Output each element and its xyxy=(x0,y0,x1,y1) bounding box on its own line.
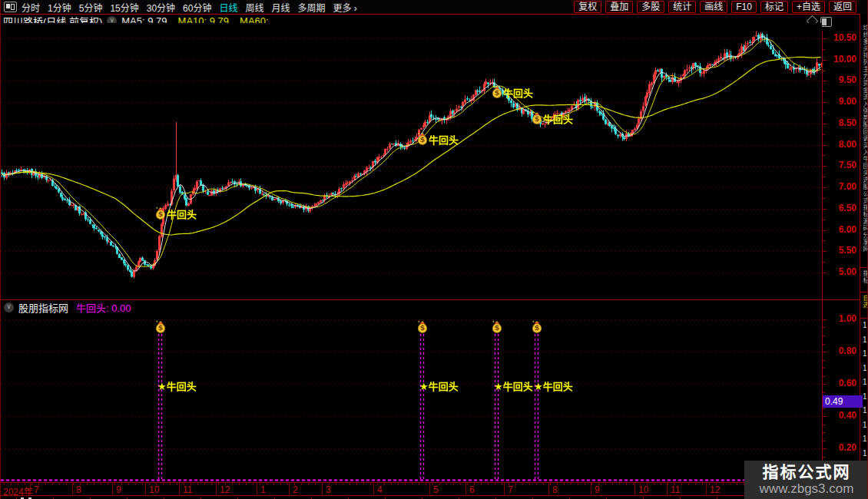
menu-item-1分钟[interactable]: 1分钟 xyxy=(48,1,71,14)
menu-item-15分钟[interactable]: 15分钟 xyxy=(110,1,138,14)
axis-tick xyxy=(823,134,825,135)
strip-divider xyxy=(860,318,868,319)
button-标记[interactable]: 标记 xyxy=(760,1,788,13)
menu-item-60分钟[interactable]: 60分钟 xyxy=(183,1,211,14)
indicator-signal-label: ★牛回头 xyxy=(419,378,459,393)
week-tick xyxy=(31,483,32,485)
week-tick xyxy=(156,483,157,485)
button-多股[interactable]: 多股 xyxy=(637,1,664,13)
week-tick xyxy=(73,483,74,485)
price-axis-label: 7.50 xyxy=(823,160,856,170)
week-tick xyxy=(426,483,426,485)
week-tick xyxy=(681,483,682,485)
strip-number: 1 xyxy=(863,349,867,358)
week-tick xyxy=(509,483,509,485)
axis-tick xyxy=(823,113,825,114)
month-separator xyxy=(373,483,374,496)
axis-tick xyxy=(823,220,825,220)
menu-item-分时[interactable]: 分时 xyxy=(22,1,40,14)
week-tick xyxy=(142,483,143,485)
week-tick xyxy=(267,483,267,485)
week-tick xyxy=(149,483,150,485)
button-统计[interactable]: 统计 xyxy=(668,1,696,13)
indicator-signal-label: ★牛回头 xyxy=(494,378,533,393)
date-label: 7 xyxy=(34,484,39,495)
week-tick xyxy=(702,483,703,485)
week-tick xyxy=(453,483,454,485)
button-+自选[interactable]: +自选 xyxy=(792,1,825,13)
menu-item-月线[interactable]: 月线 xyxy=(272,1,290,14)
svg-text:$: $ xyxy=(535,323,540,332)
week-tick xyxy=(432,483,433,485)
week-tick xyxy=(405,483,406,485)
week-tick xyxy=(688,483,689,485)
week-tick xyxy=(529,483,530,485)
money-bag-icon: $ xyxy=(155,207,166,220)
week-tick xyxy=(640,483,641,485)
menu-item-周线[interactable]: 周线 xyxy=(245,1,263,14)
svg-text:$: $ xyxy=(495,88,500,97)
button-返回[interactable]: 返回 xyxy=(829,1,856,13)
timeframe-menu: 分时1分钟5分钟15分钟30分钟60分钟日线周线月线多周期更多 › xyxy=(22,1,365,14)
week-tick xyxy=(38,483,39,485)
week-tick xyxy=(301,483,302,485)
price-axis-label: 6.50 xyxy=(823,203,856,213)
money-bag-icon: $ xyxy=(532,111,542,124)
axis-tick xyxy=(823,352,827,352)
week-tick xyxy=(384,483,385,485)
button-F10[interactable]: F10 xyxy=(731,1,757,13)
indicator-axis-label: 0.60 xyxy=(823,378,856,388)
week-tick xyxy=(280,483,281,485)
week-tick xyxy=(419,483,419,485)
watermark-url: www.zbgs3.com xyxy=(760,481,854,497)
week-tick xyxy=(322,483,323,485)
menu-item-多周期[interactable]: 多周期 xyxy=(298,1,326,14)
week-tick xyxy=(87,483,88,485)
week-tick xyxy=(578,483,578,485)
trading-app-window: 分时1分钟5分钟15分钟30分钟60分钟日线周线月线多周期更多 › 复权叠加多股… xyxy=(0,0,868,499)
menu-item-更多 ›[interactable]: 更多 › xyxy=(333,1,357,14)
indicator-axis-label: 1.00 xyxy=(823,313,856,324)
week-tick xyxy=(121,483,122,485)
collapse-chevron-icon[interactable]: ∨ xyxy=(4,302,14,312)
axis-tick xyxy=(823,209,827,210)
date-label: 8 xyxy=(76,484,81,495)
week-tick xyxy=(619,483,620,485)
date-label: 6 xyxy=(469,484,475,495)
week-tick xyxy=(598,483,599,485)
button-复权[interactable]: 复权 xyxy=(574,1,601,13)
svg-text:$: $ xyxy=(420,323,426,332)
week-tick xyxy=(612,483,613,485)
week-tick xyxy=(108,483,108,485)
strip-number: 1 xyxy=(863,364,867,372)
menu-item-30分钟[interactable]: 30分钟 xyxy=(147,1,175,14)
date-axis[interactable]: 2024年789101112123456789101112 xyxy=(1,482,868,496)
button-叠加[interactable]: 叠加 xyxy=(605,1,633,13)
week-tick xyxy=(135,483,136,485)
week-tick xyxy=(211,483,212,485)
week-tick xyxy=(502,483,502,485)
price-axis-label: 5.00 xyxy=(823,266,856,277)
money-bag-icon: $ xyxy=(492,320,502,333)
indicator-signal-label: ★牛回头 xyxy=(534,378,573,393)
layout-icon[interactable] xyxy=(4,2,17,12)
date-label: 8 xyxy=(552,484,558,495)
button-画线[interactable]: 画线 xyxy=(700,1,727,13)
axis-tick xyxy=(823,166,827,167)
main-chart-canvas[interactable] xyxy=(1,23,822,299)
menu-item-5分钟[interactable]: 5分钟 xyxy=(79,1,103,14)
panel-layout-icon[interactable] xyxy=(820,17,832,27)
price-axis-label: 5.50 xyxy=(823,245,856,256)
month-separator xyxy=(429,483,430,496)
date-label: 5 xyxy=(433,484,439,495)
indicator-canvas[interactable] xyxy=(1,315,822,481)
week-tick xyxy=(481,483,482,485)
axis-tick xyxy=(823,71,825,71)
strip-divider xyxy=(860,267,868,268)
axis-tick xyxy=(823,368,825,368)
week-tick xyxy=(467,483,468,485)
side-tab-strip[interactable]: 均线多头排列主力资金流入强势股回调买入牛回头选股公式指标源码分享网指标自选111… xyxy=(860,14,868,499)
menu-item-日线[interactable]: 日线 xyxy=(219,1,237,14)
week-tick xyxy=(536,483,537,485)
week-tick xyxy=(363,483,364,485)
